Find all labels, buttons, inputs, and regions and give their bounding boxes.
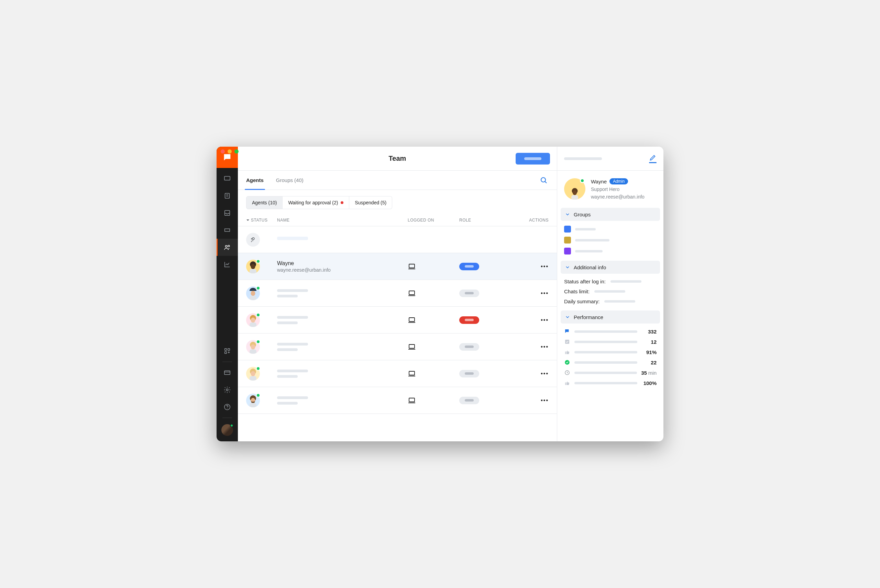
agent-profile: Wayne Admin Support Hero wayne.reese@urb… bbox=[557, 171, 663, 206]
perf-good-rate: 100% bbox=[564, 380, 657, 386]
group-item[interactable] bbox=[564, 237, 657, 243]
card-icon bbox=[223, 369, 231, 376]
logged-on-cell bbox=[408, 316, 459, 324]
nav-analytics[interactable] bbox=[217, 256, 238, 273]
chat-icon bbox=[564, 328, 570, 334]
color-swatch-icon bbox=[564, 226, 571, 232]
row-actions-button[interactable]: ••• bbox=[541, 263, 549, 270]
edit-icon bbox=[649, 154, 657, 161]
agent-email: wayne.reese@urban.info bbox=[591, 194, 645, 200]
chevron-down-icon bbox=[565, 314, 570, 320]
table-row[interactable]: ••• bbox=[238, 387, 557, 414]
kv-label: Daily summary: bbox=[564, 298, 600, 304]
svg-rect-18 bbox=[250, 296, 256, 300]
table-row[interactable]: ••• bbox=[238, 360, 557, 387]
section-additional-toggle[interactable]: Additional info bbox=[561, 261, 660, 274]
agent-name-cell: Waynewayne.reese@urban.info bbox=[277, 260, 408, 273]
nav-apps[interactable] bbox=[217, 342, 238, 360]
svg-rect-4 bbox=[225, 349, 227, 351]
nav-settings[interactable] bbox=[217, 381, 238, 398]
table-row[interactable]: ••• bbox=[238, 307, 557, 333]
table-row[interactable]: ••• bbox=[238, 333, 557, 360]
table-row[interactable]: ••• bbox=[238, 280, 557, 307]
page-title: Team bbox=[389, 154, 406, 162]
row-actions-button[interactable]: ••• bbox=[541, 290, 549, 296]
col-name[interactable]: Name bbox=[277, 218, 408, 222]
nav-inbox[interactable] bbox=[217, 204, 238, 222]
filter-suspended[interactable]: Suspended (5) bbox=[349, 196, 392, 209]
row-actions-button[interactable]: ••• bbox=[541, 398, 549, 404]
close-window-icon[interactable] bbox=[221, 149, 225, 153]
user-plus-icon bbox=[250, 236, 256, 243]
nav-team[interactable] bbox=[217, 239, 238, 256]
table-row[interactable]: Waynewayne.reese@urban.info ••• bbox=[238, 253, 557, 280]
svg-rect-35 bbox=[409, 398, 415, 402]
current-user-avatar[interactable] bbox=[221, 424, 233, 436]
agents-table: Status Name Logged on Role Actions bbox=[238, 214, 557, 441]
svg-point-11 bbox=[541, 178, 546, 182]
svg-rect-34 bbox=[250, 403, 256, 407]
role-cell bbox=[459, 316, 511, 324]
agent-name: Wayne bbox=[591, 178, 607, 184]
svg-rect-38 bbox=[571, 195, 578, 200]
thumbs-up-icon bbox=[564, 349, 570, 355]
section-groups-label: Groups bbox=[574, 212, 591, 218]
role-pill bbox=[459, 316, 479, 324]
group-item[interactable] bbox=[564, 248, 657, 255]
alert-dot-icon bbox=[341, 201, 343, 204]
checkbox-icon bbox=[564, 339, 570, 345]
ticket-icon bbox=[223, 226, 231, 234]
role-cell bbox=[459, 290, 511, 297]
logged-on-cell bbox=[408, 289, 459, 297]
nav-help[interactable] bbox=[217, 398, 238, 416]
section-performance-toggle[interactable]: Performance bbox=[561, 310, 660, 324]
filter-waiting[interactable]: Waiting for approval (2) bbox=[283, 196, 349, 209]
primary-action-button[interactable] bbox=[516, 153, 550, 165]
svg-rect-7 bbox=[224, 371, 230, 375]
svg-point-8 bbox=[226, 389, 228, 391]
presence-dot-icon bbox=[230, 424, 233, 427]
filter-agents[interactable]: Agents (10) bbox=[246, 196, 283, 209]
tab-agents[interactable]: Agents bbox=[246, 171, 264, 190]
perf-chats: 332 bbox=[564, 328, 657, 334]
nav-tickets[interactable] bbox=[217, 222, 238, 239]
laptop-icon bbox=[408, 316, 416, 324]
table-header: Status Name Logged on Role Actions bbox=[238, 214, 557, 226]
svg-rect-27 bbox=[409, 345, 415, 348]
col-logged-on[interactable]: Logged on bbox=[408, 218, 459, 222]
tab-bar: Agents Groups (40) bbox=[238, 171, 557, 190]
group-item[interactable] bbox=[564, 226, 657, 232]
search-button[interactable] bbox=[540, 176, 548, 184]
maximize-window-icon[interactable] bbox=[235, 149, 239, 153]
logged-on-cell bbox=[408, 343, 459, 351]
filter-agents-label: Agents (10) bbox=[252, 200, 277, 206]
nav-billing[interactable] bbox=[217, 364, 238, 381]
svg-rect-22 bbox=[250, 322, 256, 327]
main-area: Team Agents Groups (40) Agents (10) Wait… bbox=[238, 147, 557, 441]
person-icon bbox=[568, 186, 582, 200]
tab-groups[interactable]: Groups (40) bbox=[276, 171, 304, 190]
col-role[interactable]: Role bbox=[459, 218, 511, 222]
svg-point-17 bbox=[251, 291, 256, 296]
tab-agents-label: Agents bbox=[246, 177, 264, 183]
add-agent-row[interactable] bbox=[238, 226, 557, 253]
add-agent-button[interactable] bbox=[246, 233, 260, 247]
section-groups-toggle[interactable]: Groups bbox=[561, 208, 660, 221]
profile-info: Wayne Admin Support Hero wayne.reese@urb… bbox=[591, 178, 645, 200]
edit-button[interactable] bbox=[649, 154, 657, 163]
minimize-window-icon[interactable] bbox=[227, 149, 232, 153]
additional-info: Status after log in: Chats limit: Daily … bbox=[557, 276, 663, 308]
col-status[interactable]: Status bbox=[246, 218, 277, 222]
perf-resolved: 22 bbox=[564, 359, 657, 366]
search-icon bbox=[540, 176, 548, 184]
row-actions-button[interactable]: ••• bbox=[541, 370, 549, 377]
nav-chats[interactable] bbox=[217, 170, 238, 187]
row-actions-button[interactable]: ••• bbox=[541, 344, 549, 350]
placeholder-line bbox=[564, 157, 602, 160]
row-actions-button[interactable]: ••• bbox=[541, 317, 549, 323]
role-pill bbox=[459, 370, 479, 378]
nav-articles[interactable] bbox=[217, 187, 238, 204]
logged-on-cell bbox=[408, 396, 459, 405]
svg-rect-39 bbox=[565, 340, 569, 344]
performance-list: 332 12 91% 22 35min bbox=[557, 326, 663, 390]
